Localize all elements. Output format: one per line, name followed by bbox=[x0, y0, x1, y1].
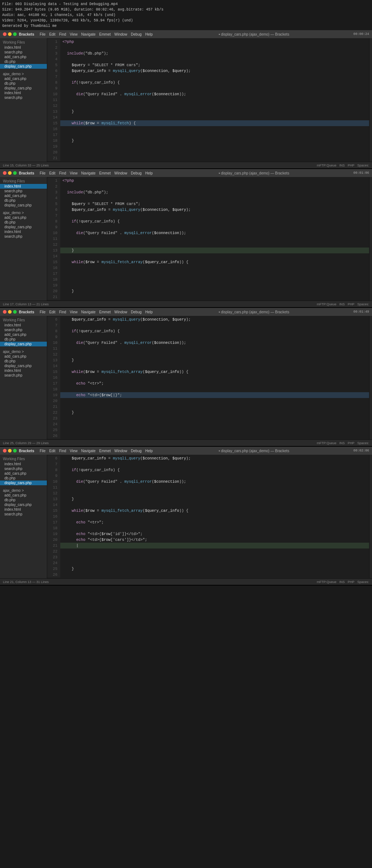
sidebar-item-display_cars.php[interactable]: display_cars.php bbox=[0, 481, 47, 485]
menu-edit[interactable]: Edit bbox=[47, 449, 57, 453]
maximize-button[interactable] bbox=[13, 32, 17, 36]
menu-file[interactable]: File bbox=[38, 32, 47, 36]
code-editor-2[interactable]: 1 <?php 2 3 include("db.php"); 4 5 $quer… bbox=[47, 177, 369, 301]
close-button[interactable] bbox=[3, 32, 7, 36]
code-editor-3[interactable]: 6 $query_car_info = mysqli_query($connec… bbox=[47, 316, 369, 439]
maximize-button[interactable] bbox=[13, 310, 17, 314]
project-file-index.html[interactable]: index.html bbox=[0, 229, 47, 234]
project-file-index.html[interactable]: index.html bbox=[0, 368, 47, 373]
menu-help[interactable]: Help bbox=[143, 32, 155, 36]
sidebar-item-add_cars.php[interactable]: add_cars.php bbox=[0, 471, 47, 476]
menu-help[interactable]: Help bbox=[143, 449, 155, 453]
close-button[interactable] bbox=[3, 171, 7, 175]
sidebar-item-add_cars.php[interactable]: add_cars.php bbox=[0, 332, 47, 337]
menu-file[interactable]: File bbox=[38, 310, 47, 314]
sidebar-item-index.html[interactable]: index.html bbox=[0, 184, 47, 189]
editor-body-1: Working Files index.htmlsearch.phpadd_ca… bbox=[0, 38, 372, 162]
sidebar-item-search.php[interactable]: search.php bbox=[0, 50, 47, 55]
minimize-button[interactable] bbox=[8, 310, 12, 314]
menu-view[interactable]: View bbox=[68, 449, 80, 453]
menu-view[interactable]: View bbox=[68, 310, 80, 314]
sidebar-item-index.html[interactable]: index.html bbox=[0, 462, 47, 466]
menu-window[interactable]: Window bbox=[113, 171, 129, 175]
menu-debug[interactable]: Debug bbox=[129, 171, 143, 175]
project-file-db.php[interactable]: db.php bbox=[0, 81, 47, 86]
menu-find[interactable]: Find bbox=[57, 310, 68, 314]
menu-window[interactable]: Window bbox=[113, 32, 129, 36]
menu-edit[interactable]: Edit bbox=[47, 32, 57, 36]
window-title: • display_cars.php (ajax_demo) — Bracket… bbox=[157, 310, 351, 314]
sidebar-item-add_cars.php[interactable]: add_cars.php bbox=[0, 55, 47, 59]
project-file-search.php[interactable]: search.php bbox=[0, 234, 47, 239]
sidebar-item-db.php[interactable]: db.php bbox=[0, 476, 47, 481]
menu-view[interactable]: View bbox=[68, 32, 80, 36]
menu-window[interactable]: Window bbox=[113, 310, 129, 314]
menu-navigate[interactable]: Navigate bbox=[80, 449, 97, 453]
menu-file[interactable]: File bbox=[38, 171, 47, 175]
close-button[interactable] bbox=[3, 310, 7, 314]
project-file-add_cars.php[interactable]: add_cars.php bbox=[0, 493, 47, 498]
minimize-button[interactable] bbox=[8, 171, 12, 175]
sidebar-item-add_cars.php[interactable]: add_cars.php bbox=[0, 193, 47, 198]
sidebar-item-display_cars.php[interactable]: display_cars.php bbox=[0, 342, 47, 346]
menu-debug[interactable]: Debug bbox=[129, 32, 143, 36]
menu-navigate[interactable]: Navigate bbox=[80, 32, 97, 36]
sidebar-item-db.php[interactable]: db.php bbox=[0, 59, 47, 64]
menu-find[interactable]: Find bbox=[57, 32, 68, 36]
project-file-add_cars.php[interactable]: add_cars.php bbox=[0, 354, 47, 359]
minimize-button[interactable] bbox=[8, 449, 12, 453]
menu-edit[interactable]: Edit bbox=[47, 310, 57, 314]
sidebar-item-index.html[interactable]: index.html bbox=[0, 323, 47, 327]
sidebar-item-display_cars.php[interactable]: display_cars.php bbox=[0, 64, 47, 69]
project-file-db.php[interactable]: db.php bbox=[0, 359, 47, 363]
code-editor-1[interactable]: 1 <?php 2 3 include("db.php"); 4 5 $quer… bbox=[47, 38, 369, 162]
menu-help[interactable]: Help bbox=[143, 310, 155, 314]
maximize-button[interactable] bbox=[13, 449, 17, 453]
project-file-display_cars.php[interactable]: display_cars.php bbox=[0, 86, 47, 91]
project-file-search.php[interactable]: search.php bbox=[0, 95, 47, 100]
menu-help[interactable]: Help bbox=[143, 171, 155, 175]
scrollbar-3[interactable] bbox=[369, 316, 372, 439]
code-editor-4[interactable]: 6 $query_car_info = mysqli_query($connec… bbox=[47, 455, 369, 578]
project-file-search.php[interactable]: search.php bbox=[0, 373, 47, 378]
scrollbar-1[interactable] bbox=[369, 38, 372, 162]
scrollbar-2[interactable] bbox=[369, 177, 372, 301]
menu-find[interactable]: Find bbox=[57, 171, 68, 175]
menu-window[interactable]: Window bbox=[113, 449, 129, 453]
sidebar-item-db.php[interactable]: db.php bbox=[0, 337, 47, 342]
menu-navigate[interactable]: Navigate bbox=[80, 171, 97, 175]
code-line-12: 12 bbox=[47, 103, 369, 109]
sidebar-item-search.php[interactable]: search.php bbox=[0, 466, 47, 471]
menu-find[interactable]: Find bbox=[57, 449, 68, 453]
project-file-display_cars.php[interactable]: display_cars.php bbox=[0, 363, 47, 368]
minimize-button[interactable] bbox=[8, 32, 12, 36]
menu-view[interactable]: View bbox=[68, 171, 80, 175]
project-file-db.php[interactable]: db.php bbox=[0, 220, 47, 225]
scrollbar-4[interactable] bbox=[369, 455, 372, 578]
project-file-search.php[interactable]: search.php bbox=[0, 512, 47, 517]
sidebar-item-search.php[interactable]: search.php bbox=[0, 327, 47, 332]
sidebar-item-search.php[interactable]: search.php bbox=[0, 189, 47, 193]
menu-navigate[interactable]: Navigate bbox=[80, 310, 97, 314]
project-file-display_cars.php[interactable]: display_cars.php bbox=[0, 225, 47, 229]
project-file-add_cars.php[interactable]: add_cars.php bbox=[0, 76, 47, 81]
status-bar-1: Line 15, Column 33 — 25 Lines mFTP:Queue… bbox=[0, 162, 372, 168]
menu-emmet[interactable]: Emmet bbox=[97, 171, 113, 175]
menu-emmet[interactable]: Emmet bbox=[97, 449, 113, 453]
project-file-display_cars.php[interactable]: display_cars.php bbox=[0, 502, 47, 507]
menu-emmet[interactable]: Emmet bbox=[97, 32, 113, 36]
sidebar-item-index.html[interactable]: index.html bbox=[0, 45, 47, 50]
project-file-index.html[interactable]: index.html bbox=[0, 91, 47, 95]
maximize-button[interactable] bbox=[13, 171, 17, 175]
project-file-add_cars.php[interactable]: add_cars.php bbox=[0, 215, 47, 220]
menu-debug[interactable]: Debug bbox=[129, 449, 143, 453]
menu-edit[interactable]: Edit bbox=[47, 171, 57, 175]
menu-emmet[interactable]: Emmet bbox=[97, 310, 113, 314]
project-file-db.php[interactable]: db.php bbox=[0, 498, 47, 502]
close-button[interactable] bbox=[3, 449, 7, 453]
menu-debug[interactable]: Debug bbox=[129, 310, 143, 314]
project-file-index.html[interactable]: index.html bbox=[0, 507, 47, 512]
sidebar-item-db.php[interactable]: db.php bbox=[0, 198, 47, 203]
sidebar-item-display_cars.php[interactable]: display_cars.php bbox=[0, 203, 47, 208]
menu-file[interactable]: File bbox=[38, 449, 47, 453]
